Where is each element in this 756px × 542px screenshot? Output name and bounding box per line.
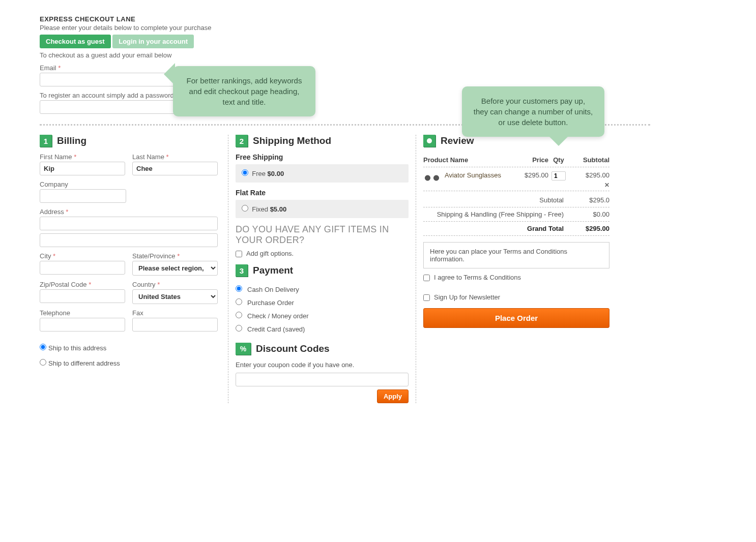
qty-input[interactable] — [551, 171, 566, 180]
remove-item-button[interactable]: ✕ — [604, 182, 609, 189]
tooltip-review-edit: Before your customers pay up, they can c… — [462, 86, 604, 137]
billing-title: Billing — [57, 135, 86, 146]
shipping-total-label: Shipping & Handling (Free Shipping - Fre… — [423, 210, 569, 218]
newsletter-checkbox[interactable]: Sign Up for Newsletter — [423, 293, 609, 301]
shipping-payment-column: 2 Shipping Method Free Shipping Free $0.… — [228, 135, 416, 403]
country-select[interactable]: United States — [132, 289, 218, 304]
free-shipping-option[interactable]: Free $0.00 — [236, 164, 409, 183]
fax-field[interactable] — [132, 318, 218, 332]
page-subtitle: Please enter your details below to compl… — [40, 24, 741, 32]
first-name-label: First Name * — [40, 153, 125, 161]
ship-other-option[interactable]: Ship to different address — [40, 359, 120, 367]
agree-terms-checkbox[interactable]: I agree to Terms & Conditions — [423, 274, 609, 281]
payment-option-check[interactable]: Check / Money order — [236, 309, 409, 322]
address-field-1[interactable] — [40, 217, 218, 230]
ship-here-option[interactable]: Ship to this address — [40, 344, 106, 352]
company-label: Company — [40, 180, 218, 188]
review-column: Review Product Name Price Qty Subtotal A… — [416, 135, 609, 328]
checkout-as-guest-button[interactable]: Checkout as guest — [40, 35, 111, 48]
flat-rate-option[interactable]: Fixed $5.00 — [236, 200, 409, 218]
step-badge-3: 3 — [236, 264, 248, 277]
discount-hint: Enter your coupon code if you have one. — [236, 361, 409, 369]
terms-box: Here you can place your Terms and Condit… — [423, 242, 609, 268]
guest-hint: To checkout as a guest add your email be… — [40, 51, 741, 59]
review-item-row: Aviator Sunglasses $295.00 $295.00 ✕ — [423, 167, 609, 191]
company-field[interactable] — [40, 189, 126, 203]
product-name: Aviator Sunglasses — [445, 171, 513, 179]
login-account-button[interactable]: Login in your account — [112, 35, 194, 48]
payment-option-cod[interactable]: Cash On Delivery — [236, 283, 409, 296]
review-title: Review — [441, 135, 474, 146]
address-label: Address * — [40, 208, 218, 216]
shipping-title: Shipping Method — [253, 135, 331, 146]
phone-label: Telephone — [40, 309, 125, 317]
grand-total-value: $295.00 — [569, 225, 609, 232]
subtotal-label: Subtotal — [423, 196, 569, 204]
fax-label: Fax — [132, 309, 218, 317]
payment-title: Payment — [253, 265, 293, 276]
free-shipping-heading: Free Shipping — [236, 153, 409, 161]
city-field[interactable] — [40, 261, 125, 275]
apply-coupon-button[interactable]: Apply — [377, 389, 409, 403]
first-name-field[interactable] — [40, 162, 125, 175]
step-badge-1: 1 — [40, 135, 52, 147]
tooltip-edit-heading: For better rankings, add keywords and ed… — [173, 66, 315, 116]
payment-option-cc[interactable]: Credit Card (saved) — [236, 322, 409, 336]
gift-option-checkbox[interactable]: Add gift options. — [236, 250, 409, 257]
state-label: State/Province * — [132, 252, 218, 260]
discount-title: Discount Codes — [256, 343, 330, 354]
percent-icon: % — [236, 343, 251, 355]
payment-option-po[interactable]: Purchase Order — [236, 296, 409, 309]
country-label: Country * — [132, 281, 218, 288]
grand-total-label: Grand Total — [423, 225, 569, 232]
product-thumbnail — [423, 173, 441, 183]
billing-column: 1 Billing First Name * Last Name * Compa… — [40, 135, 228, 367]
zip-field[interactable] — [40, 289, 125, 303]
product-price: $295.00 — [513, 171, 548, 179]
flat-rate-heading: Flat Rate — [236, 189, 409, 197]
gift-question: DO YOU HAVE ANY GIFT ITEMS IN YOUR ORDER… — [236, 224, 409, 246]
step-badge-2: 2 — [236, 135, 248, 147]
phone-field[interactable] — [40, 318, 125, 332]
coupon-field[interactable] — [236, 373, 409, 386]
city-label: City * — [40, 252, 125, 260]
review-header-row: Product Name Price Qty Subtotal — [423, 153, 609, 167]
page-title: EXPRESS CHECKOUT LANE — [40, 15, 741, 23]
zip-label: Zip/Postal Code * — [40, 281, 125, 288]
address-field-2[interactable] — [40, 233, 218, 247]
subtotal-value: $295.0 — [569, 196, 609, 204]
last-name-label: Last Name * — [132, 153, 218, 161]
shipping-total-value: $0.00 — [569, 210, 609, 218]
last-name-field[interactable] — [132, 162, 218, 175]
eye-icon — [423, 135, 435, 147]
place-order-button[interactable]: Place Order — [423, 308, 609, 328]
product-subtotal: $295.00 — [569, 171, 609, 179]
state-select[interactable]: Please select region, s — [132, 261, 218, 276]
